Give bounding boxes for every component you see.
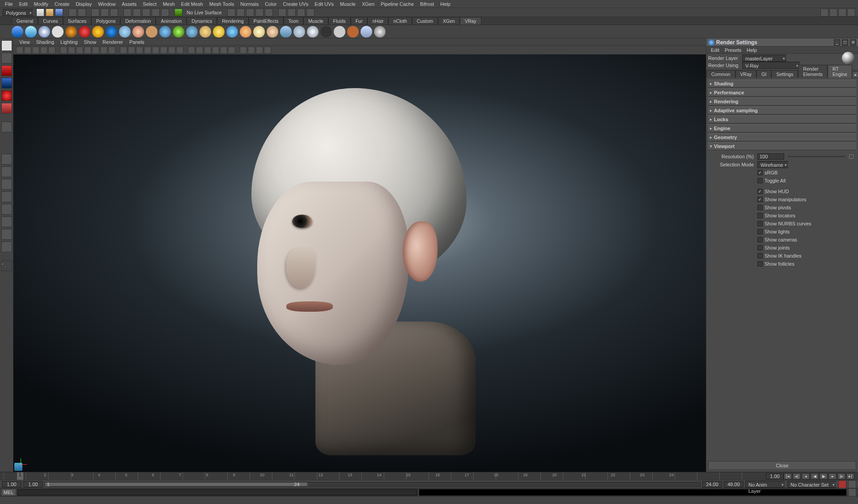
lasso-tool-icon[interactable] <box>1 53 12 64</box>
vp-toolbar-icon-25[interactable] <box>228 47 235 54</box>
viewport[interactable] <box>13 55 706 472</box>
rp-tab-settings[interactable]: Settings <box>771 70 798 78</box>
checkbox-show-follicles[interactable] <box>757 261 763 267</box>
shelf-item-27[interactable] <box>374 26 386 38</box>
vp-toolbar-icon-9[interactable] <box>92 47 99 54</box>
command-input[interactable] <box>17 489 417 496</box>
vp-toolbar-icon-28[interactable] <box>256 47 263 54</box>
menu-xgen[interactable]: XGen <box>359 0 378 8</box>
shelf-item-2[interactable] <box>38 26 50 38</box>
shelf-item-22[interactable] <box>307 26 319 38</box>
vp-menu-renderer[interactable]: Renderer <box>99 39 126 45</box>
checkbox-show-ik-handles[interactable] <box>757 253 763 258</box>
section-performance[interactable]: Performance <box>708 89 856 97</box>
shelf-tab-xgen[interactable]: XGen <box>438 17 460 25</box>
vp-toolbar-icon-19[interactable] <box>176 47 183 54</box>
shelf-item-20[interactable] <box>280 26 292 38</box>
section-viewport[interactable]: Viewport <box>708 142 856 150</box>
shelf-item-3[interactable] <box>52 26 64 38</box>
section-rendering[interactable]: Rendering <box>708 97 856 106</box>
shelf-tab-dynamics[interactable]: Dynamics <box>187 17 217 25</box>
vp-toolbar-icon-6[interactable] <box>68 47 75 54</box>
checkbox-show-joints[interactable] <box>757 245 763 250</box>
menu-window[interactable]: Window <box>95 0 119 8</box>
vp-toolbar-icon-11[interactable] <box>108 47 115 54</box>
rp-tab-common[interactable]: Common <box>706 70 735 78</box>
range-slider[interactable]: 1 24 <box>45 482 701 487</box>
vp-toolbar-icon-21[interactable] <box>196 47 203 54</box>
anim-end-field[interactable] <box>724 481 743 487</box>
menu-normals[interactable]: Normals <box>237 0 262 8</box>
autokey-icon[interactable] <box>838 480 846 488</box>
render-settings-icon[interactable] <box>255 8 263 17</box>
checkbox-show-manipulators[interactable] <box>757 197 763 202</box>
play-start-field[interactable] <box>23 481 43 487</box>
menu-create[interactable]: Create <box>51 0 72 8</box>
anim-start-field[interactable] <box>2 481 21 487</box>
layout-preset-3-icon[interactable] <box>838 8 846 17</box>
rotate-tool-icon[interactable] <box>1 90 12 101</box>
layout-icon[interactable] <box>278 8 286 17</box>
hypershade-layout-icon[interactable] <box>1 241 12 252</box>
shelf-item-25[interactable] <box>347 26 359 38</box>
layout-preset-2-icon[interactable] <box>829 8 837 17</box>
checkbox-show-lights[interactable] <box>757 229 763 234</box>
menu-muscle[interactable]: Muscle <box>337 0 359 8</box>
shelf-tab-rendering[interactable]: Rendering <box>217 17 248 25</box>
minimize-icon[interactable]: _ <box>834 39 840 46</box>
section-locks[interactable]: Locks <box>708 115 856 123</box>
two-pane-v-icon[interactable] <box>1 191 12 202</box>
menu-help[interactable]: Help <box>437 0 454 8</box>
vp-toolbar-icon-8[interactable] <box>84 47 91 54</box>
shelf-tab-polygons[interactable]: Polygons <box>91 17 120 25</box>
vp-toolbar-icon-27[interactable] <box>248 47 255 54</box>
vp-toolbar-icon-7[interactable] <box>76 47 83 54</box>
persp-layout-icon[interactable] <box>1 229 12 240</box>
close-button[interactable]: Close <box>708 461 856 470</box>
anim-layer-dropdown[interactable]: No Anim Layer <box>745 481 786 488</box>
shelf-item-18[interactable] <box>253 26 265 38</box>
select-icon[interactable] <box>91 8 99 17</box>
menu-file[interactable]: File <box>2 0 16 8</box>
shelf-item-4[interactable] <box>65 26 77 38</box>
menu-bifrost[interactable]: Bifrost <box>417 0 437 8</box>
history-icon[interactable] <box>227 8 235 17</box>
script-editor-icon[interactable] <box>848 488 856 496</box>
maximize-icon[interactable]: □ <box>842 39 848 46</box>
shelf-item-16[interactable] <box>226 26 238 38</box>
menu-edit-mesh[interactable]: Edit Mesh <box>178 0 206 8</box>
paint-select-icon[interactable] <box>110 8 118 17</box>
menu-color[interactable]: Color <box>262 0 280 8</box>
vp-toolbar-icon-2[interactable] <box>32 47 39 54</box>
play-end-field[interactable] <box>702 481 722 487</box>
rp-tab-rt-engine[interactable]: RT Engine <box>828 65 852 78</box>
shelf-item-21[interactable] <box>293 26 305 38</box>
shelf-item-19[interactable] <box>267 26 278 38</box>
shelf-tab-nhair[interactable]: nHair <box>367 17 388 25</box>
tab-nav-icon[interactable]: ◂ <box>852 72 858 78</box>
render-using-dropdown[interactable]: V-Ray <box>742 62 800 69</box>
section-geometry[interactable]: Geometry <box>708 133 856 141</box>
rp-menu-edit[interactable]: Edit <box>708 47 722 53</box>
time-marker[interactable]: 1 <box>17 472 23 480</box>
vp-toolbar-icon-18[interactable] <box>168 47 175 54</box>
rp-tab-render-elements[interactable]: Render Elements <box>798 65 828 78</box>
play-fwd-icon[interactable]: ▶ <box>820 473 828 479</box>
vp-toolbar-icon-16[interactable] <box>152 47 159 54</box>
shelf-tab-surfaces[interactable]: Surfaces <box>63 17 91 25</box>
menu-mesh[interactable]: Mesh <box>160 0 178 8</box>
vp-menu-shading[interactable]: Shading <box>33 39 57 45</box>
last-tool-icon[interactable] <box>1 122 12 132</box>
shelf-item-14[interactable] <box>200 26 211 38</box>
checkbox-toggle-all[interactable] <box>757 178 763 183</box>
vp-toolbar-icon-20[interactable] <box>188 47 195 54</box>
section-engine[interactable]: Engine <box>708 124 856 132</box>
menu-edit[interactable]: Edit <box>16 0 31 8</box>
vp-toolbar-icon-29[interactable] <box>264 47 271 54</box>
snap-live-icon[interactable] <box>161 8 169 17</box>
two-pane-h-icon[interactable] <box>1 179 12 190</box>
step-back-icon[interactable]: ◂ <box>802 473 810 479</box>
step-fwd-icon[interactable]: ▸ <box>828 473 837 479</box>
rp-menu-presets[interactable]: Presets <box>722 47 744 53</box>
current-time-field[interactable] <box>766 473 784 479</box>
